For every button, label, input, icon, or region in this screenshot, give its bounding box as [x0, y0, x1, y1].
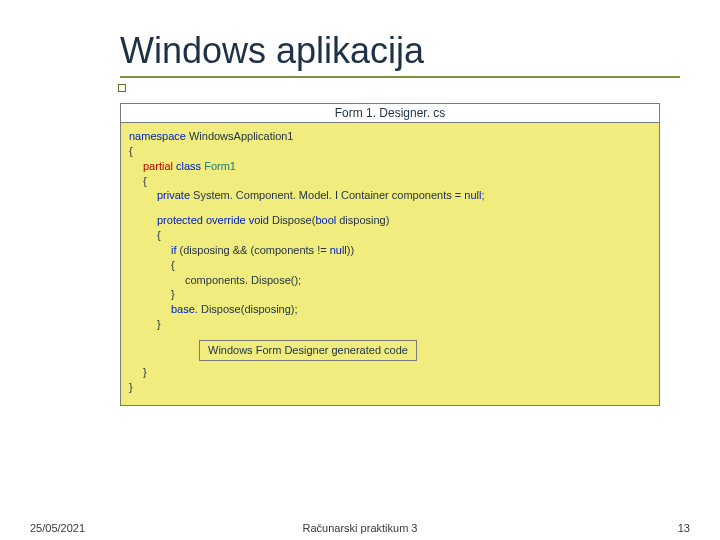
kw-bool: bool — [315, 214, 336, 226]
left-accent — [0, 0, 3, 540]
code-line: } — [129, 380, 651, 395]
kw-partial: partial — [143, 160, 173, 172]
kw-override: override — [203, 214, 249, 226]
if-cond: (disposing && (components != — [177, 244, 330, 256]
footer-page: 13 — [678, 522, 690, 534]
dispose-sig-b: disposing) — [336, 214, 389, 226]
code-line: if (disposing && (components != null)) — [129, 243, 651, 258]
file-header: Form 1. Designer. cs — [120, 103, 660, 123]
base-call: . Dispose(disposing); — [195, 303, 298, 315]
code-line: base. Dispose(disposing); — [129, 302, 651, 317]
class-name: Form1 — [204, 160, 236, 172]
kw-namespace: namespace — [129, 130, 186, 142]
title-underline — [120, 76, 680, 78]
kw-null: null — [330, 244, 347, 256]
title-underline-square — [118, 84, 126, 92]
code-line: partial class Form1 — [129, 159, 651, 174]
code-line: { — [129, 174, 651, 189]
kw-class: class — [173, 160, 204, 172]
code-line: protected override void Dispose(bool dis… — [129, 213, 651, 228]
comp-name: components = — [392, 189, 464, 201]
code-box: namespace WindowsApplication1 { partial … — [120, 123, 660, 406]
kw-null: null — [464, 189, 481, 201]
footer-center: Računarski praktikum 3 — [0, 522, 720, 534]
kw-private: private — [157, 189, 190, 201]
page-title: Windows aplikacija — [120, 30, 660, 72]
code-line: { — [129, 258, 651, 273]
code-line: { — [129, 228, 651, 243]
spacer — [129, 203, 651, 213]
code-line: components. Dispose(); — [129, 273, 651, 288]
code-line: { — [129, 144, 651, 159]
kw-base: base — [171, 303, 195, 315]
comp-type: System. Component. Model. I Container — [190, 189, 392, 201]
code-line: namespace WindowsApplication1 — [129, 129, 651, 144]
kw-void: void — [249, 214, 269, 226]
semicolon: ; — [481, 189, 484, 201]
code-line: } — [129, 365, 651, 380]
dispose-sig-a: Dispose( — [269, 214, 315, 226]
kw-protected: protected — [157, 214, 203, 226]
if-cond-end: )) — [347, 244, 354, 256]
designer-region-box: Windows Form Designer generated code — [199, 340, 417, 361]
ns-name: WindowsApplication1 — [186, 130, 294, 142]
code-line: } — [129, 317, 651, 332]
slide: Windows aplikacija Form 1. Designer. cs … — [0, 0, 720, 540]
code-line: } — [129, 287, 651, 302]
code-line: private System. Component. Model. I Cont… — [129, 188, 651, 203]
